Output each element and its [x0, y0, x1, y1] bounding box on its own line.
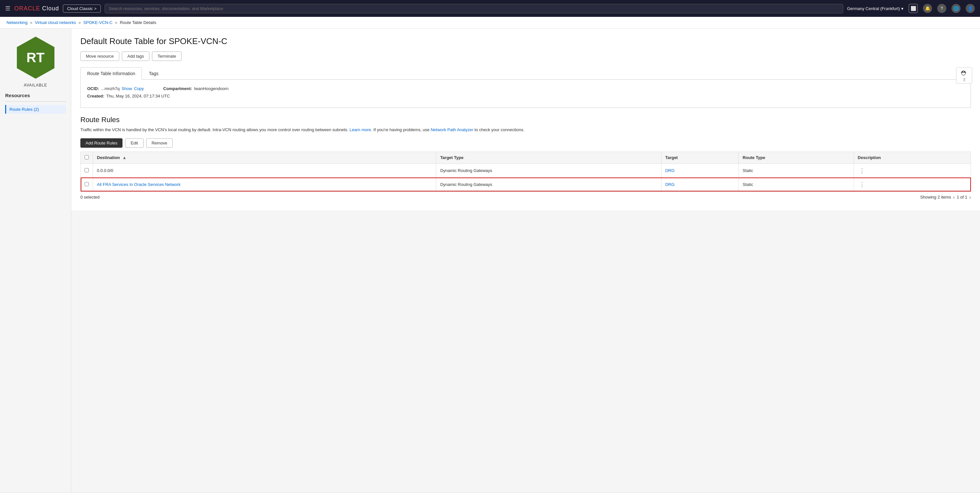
next-page-button[interactable]: › — [969, 194, 971, 200]
header-checkbox-col — [81, 152, 93, 163]
row2-target-type: Dynamic Routing Gateways — [436, 178, 661, 192]
table-row-highlighted: All FRA Services In Oracle Services Netw… — [81, 178, 971, 192]
row2-target-link[interactable]: DRG — [665, 182, 675, 187]
breadcrumb-networking[interactable]: Networking — [6, 20, 27, 25]
sidebar-item-route-rules[interactable]: Route Rules (2) — [5, 105, 66, 114]
header-target-type[interactable]: Target Type — [436, 152, 661, 163]
region-selector[interactable]: Germany Central (Frankfurt) ▾ — [847, 6, 904, 11]
table-header-row: Destination ▲ Target Type Target Route T… — [81, 152, 971, 163]
route-rules-table: Destination ▲ Target Type Target Route T… — [80, 152, 971, 192]
info-row-ocid: OCID: ...mnzh7q Show Copy Compartment: I… — [87, 86, 964, 91]
learn-more-link[interactable]: Learn more. — [350, 127, 372, 132]
lifebuoy-icon: ⛑ — [961, 70, 967, 77]
resources-section-title: Resources — [5, 93, 66, 98]
table-footer: 0 selected Showing 2 items ‹ 1 of 1 › — [80, 192, 971, 203]
header-target[interactable]: Target — [661, 152, 738, 163]
main-content: Default Route Table for SPOKE-VCN-C Move… — [71, 29, 980, 211]
ocid-field: OCID: ...mnzh7q Show Copy — [87, 86, 144, 91]
row1-target-link[interactable]: DRG — [665, 168, 675, 173]
hexagon-shape: RT — [13, 35, 58, 80]
nav-right-section: Germany Central (Frankfurt) ▾ ⬜ 🔔 ? 🌐 👤 — [847, 4, 975, 13]
breadcrumb-vcn[interactable]: Virtual cloud networks — [35, 20, 76, 25]
sidebar: RT AVAILABLE Resources Route Rules (2) — [0, 29, 71, 492]
route-rules-description: Traffic within the VCN is handled by the… — [80, 127, 971, 133]
selected-count: 0 selected — [80, 195, 100, 200]
resource-type-label: RT — [27, 50, 45, 65]
help-icon[interactable]: ? — [937, 4, 946, 13]
header-destination[interactable]: Destination ▲ — [93, 152, 436, 163]
add-tags-button[interactable]: Add tags — [122, 51, 150, 61]
ocid-label: OCID: — [87, 86, 99, 91]
row1-checkbox-cell — [81, 163, 93, 178]
row2-more-options-button[interactable]: ⋮ — [858, 181, 866, 188]
showing-items: Showing 2 items — [920, 195, 951, 200]
table-row: 0.0.0.0/0 Dynamic Routing Gateways DRG S… — [81, 163, 971, 178]
add-route-rules-button[interactable]: Add Route Rules — [80, 138, 123, 148]
compartment-value: IwanHoogendoorn — [194, 86, 229, 91]
move-resource-button[interactable]: Move resource — [80, 51, 119, 61]
page-title: Default Route Table for SPOKE-VCN-C — [80, 36, 971, 46]
row1-description: ⋮ — [854, 163, 970, 178]
pagination: Showing 2 items ‹ 1 of 1 › — [920, 194, 971, 200]
ocid-value: ...mnzh7q — [101, 86, 119, 91]
search-input[interactable] — [105, 4, 843, 13]
notifications-icon[interactable]: 🔔 — [923, 4, 932, 13]
action-buttons: Move resource Add tags Terminate — [80, 51, 971, 61]
breadcrumb-current: Route Table Details — [120, 20, 156, 25]
compartment-label: Compartment: — [163, 86, 192, 91]
help-widget: ⛑ ⣿ — [956, 67, 972, 84]
created-value: Thu, May 16, 2024, 07:17:34 UTC — [106, 94, 170, 98]
remove-button[interactable]: Remove — [146, 138, 173, 148]
code-icon[interactable]: ⬜ — [909, 4, 918, 13]
row2-destination: All FRA Services In Oracle Services Netw… — [93, 178, 436, 192]
compartment-field: Compartment: IwanHoogendoorn — [163, 86, 229, 91]
resource-icon-container: RT AVAILABLE — [5, 35, 66, 87]
sort-arrow-destination: ▲ — [122, 155, 126, 160]
sidebar-divider — [5, 101, 66, 102]
tab-tags[interactable]: Tags — [142, 67, 165, 80]
row2-target: DRG — [661, 178, 738, 192]
status-badge: AVAILABLE — [24, 83, 47, 87]
row2-destination-link[interactable]: All FRA Services In Oracle Services Netw… — [97, 182, 180, 187]
user-icon[interactable]: 👤 — [966, 4, 975, 13]
breadcrumb: Networking » Virtual cloud networks » SP… — [0, 17, 980, 29]
cloud-classic-button[interactable]: Cloud Classic > — [63, 5, 101, 13]
row2-checkbox-cell — [81, 178, 93, 192]
top-navigation: ☰ ORACLE Cloud Cloud Classic > Germany C… — [0, 0, 980, 17]
prev-page-button[interactable]: ‹ — [953, 194, 955, 200]
row1-route-type: Static — [738, 163, 854, 178]
select-all-checkbox[interactable] — [84, 155, 89, 159]
tab-route-table-information[interactable]: Route Table Information — [80, 67, 142, 80]
info-row-created: Created: Thu, May 16, 2024, 07:17:34 UTC — [87, 94, 964, 98]
terminate-button[interactable]: Terminate — [152, 51, 181, 61]
tabs-container: Route Table Information Tags — [80, 67, 971, 80]
edit-button[interactable]: Edit — [125, 138, 143, 148]
main-container: RT AVAILABLE Resources Route Rules (2) ⛑… — [0, 29, 980, 492]
breadcrumb-spoke-vcn-c[interactable]: SPOKE-VCN-C — [83, 20, 113, 25]
row2-checkbox[interactable] — [84, 182, 89, 186]
help-icon-box[interactable]: ⛑ ⣿ — [956, 67, 972, 84]
row2-description: ⋮ — [854, 178, 970, 192]
language-icon[interactable]: 🌐 — [951, 4, 961, 13]
header-route-type[interactable]: Route Type — [738, 152, 854, 163]
ocid-show-link[interactable]: Show — [121, 86, 132, 91]
row1-more-options-button[interactable]: ⋮ — [858, 167, 866, 174]
row1-target-type: Dynamic Routing Gateways — [436, 163, 661, 178]
page-info: 1 of 1 — [957, 195, 967, 200]
row1-destination: 0.0.0.0/0 — [93, 163, 436, 178]
row1-checkbox[interactable] — [84, 168, 89, 172]
info-panel: OCID: ...mnzh7q Show Copy Compartment: I… — [80, 80, 971, 108]
help-icon-label: ⣿ — [963, 78, 966, 81]
table-actions: Add Route Rules Edit Remove — [80, 138, 971, 148]
row2-route-type: Static — [738, 178, 854, 192]
hamburger-menu-icon[interactable]: ☰ — [5, 5, 10, 12]
created-field: Created: Thu, May 16, 2024, 07:17:34 UTC — [87, 94, 170, 98]
oracle-logo: ORACLE Cloud — [14, 5, 59, 12]
row1-target: DRG — [661, 163, 738, 178]
route-rules-title: Route Rules — [80, 116, 971, 124]
header-description[interactable]: Description — [854, 152, 970, 163]
network-path-analyzer-link[interactable]: Network Path Analyzer — [431, 127, 474, 132]
content-wrapper: ⛑ ⣿ Default Route Table for SPOKE-VCN-C … — [71, 29, 980, 492]
ocid-copy-link[interactable]: Copy — [134, 86, 143, 91]
created-label: Created: — [87, 94, 104, 98]
